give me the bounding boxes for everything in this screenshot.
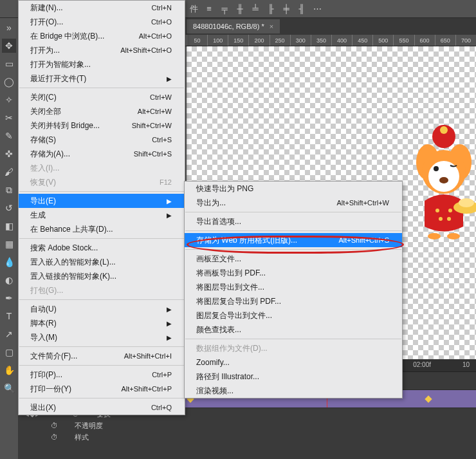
submenu-artboards-files[interactable]: 画板至文件... <box>185 252 402 266</box>
submenu-layers-files[interactable]: 将图层导出到文件... <box>185 280 402 294</box>
svg-point-13 <box>459 198 474 207</box>
submenu-export-as[interactable]: 导出为...Alt+Shift+Ctrl+W <box>185 196 402 210</box>
menu-recent[interactable]: 最近打开文件(T)▶ <box>19 71 185 86</box>
menu-place-embedded[interactable]: 置入嵌入的智能对象(L)... <box>19 255 185 269</box>
svg-point-14 <box>428 233 441 239</box>
type-tool-icon[interactable]: T <box>2 309 16 323</box>
menu-close-goto-bridge[interactable]: 关闭并转到 Bridge...Shift+Ctrl+W <box>19 118 185 133</box>
menu-file-info[interactable]: 文件简介(F)...Alt+Shift+Ctrl+I <box>19 349 185 363</box>
menu-separator <box>19 299 184 300</box>
file-menu: 新建(N)...Ctrl+N 打开(O)...Ctrl+O 在 Bridge 中… <box>18 0 185 415</box>
submenu-render-video[interactable]: 渲染视频... <box>185 384 402 398</box>
align-top-icon[interactable]: ╤ <box>217 3 232 15</box>
gradient-tool-icon[interactable]: ▦ <box>2 237 16 251</box>
menu-open-as[interactable]: 打开为...Alt+Shift+Ctrl+O <box>19 43 185 57</box>
hand-tool-icon[interactable]: ✋ <box>2 363 16 377</box>
stamp-tool-icon[interactable]: ⧉ <box>2 183 16 197</box>
ruler-tick: 650 <box>435 35 455 46</box>
zoom-tool-icon[interactable]: 🔍 <box>2 381 16 395</box>
wand-tool-icon[interactable]: ✧ <box>2 93 16 107</box>
time-mark: 02:00f <box>413 361 431 368</box>
svg-point-15 <box>447 233 460 239</box>
menu-generate[interactable]: 生成▶ <box>19 208 185 222</box>
eraser-tool-icon[interactable]: ◧ <box>2 219 16 233</box>
submenu-save-for-web[interactable]: 存储为 Web 所用格式(旧版)...Alt+Shift+Ctrl+S <box>185 233 402 247</box>
menu-print[interactable]: 打印(P)...Ctrl+P <box>19 368 185 382</box>
menu-separator <box>19 238 184 239</box>
menu-export[interactable]: 导出(E)▶ <box>19 194 185 208</box>
submenu-export-prefs[interactable]: 导出首选项... <box>185 214 402 229</box>
menu-package: 打包(G)... <box>19 283 185 297</box>
export-submenu: 快速导出为 PNG 导出为...Alt+Shift+Ctrl+W 导出首选项..… <box>184 181 403 398</box>
menu-save-as[interactable]: 存储为(A)...Shift+Ctrl+S <box>19 147 185 161</box>
ruler-tick: 250 <box>270 35 290 46</box>
svg-point-10 <box>439 217 443 221</box>
submenu-color-lut[interactable]: 颜色查找表... <box>185 323 402 337</box>
canvas-artwork <box>405 124 476 239</box>
path-tool-icon[interactable]: ↗ <box>2 327 16 341</box>
menu-revert: 恢复(V)F12 <box>19 175 185 189</box>
menu-close[interactable]: 关闭(C)Ctrl+W <box>19 90 185 104</box>
timeline-prop-style[interactable]: ⏱ 样式 <box>18 431 476 443</box>
menu-import[interactable]: 导入(M)▶ <box>19 330 185 344</box>
options-label: 件 <box>187 3 201 15</box>
menu-print-one[interactable]: 打印一份(Y)Alt+Shift+Ctrl+P <box>19 382 185 396</box>
shape-tool-icon[interactable]: ▢ <box>2 345 16 359</box>
close-tab-icon[interactable]: × <box>270 23 273 30</box>
ruler-tick: 350 <box>311 35 331 46</box>
healing-tool-icon[interactable]: ✜ <box>2 147 16 161</box>
crop-tool-icon[interactable]: ✂ <box>2 111 16 125</box>
dodge-tool-icon[interactable]: ◐ <box>2 273 16 287</box>
blur-tool-icon[interactable]: 💧 <box>2 255 16 269</box>
submenu-quick-export-png[interactable]: 快速导出为 PNG <box>185 182 402 196</box>
menu-new[interactable]: 新建(N)...Ctrl+N <box>19 1 185 15</box>
menu-share-behance[interactable]: 在 Behance 上共享(D)... <box>19 222 185 236</box>
menu-open-as-smart[interactable]: 打开为智能对象... <box>19 57 185 71</box>
tools-panel: » ✥ ▭ ◯ ✧ ✂ ✎ ✜ 🖌 ⧉ ↺ ◧ ▦ 💧 ◐ ✒ T ↗ ▢ ✋ … <box>0 18 18 459</box>
submenu-layercomps-files[interactable]: 图层复合导出到文件... <box>185 308 402 323</box>
timeline-prop-opacity[interactable]: ⏱ 不透明度 <box>18 420 476 431</box>
eyedropper-tool-icon[interactable]: ✎ <box>2 129 16 143</box>
history-brush-icon[interactable]: ↺ <box>2 201 16 215</box>
align-mid-icon[interactable]: ╫ <box>233 3 247 15</box>
lasso-tool-icon[interactable]: ◯ <box>2 75 16 89</box>
submenu-paths-illustrator[interactable]: 路径到 Illustrator... <box>185 370 402 384</box>
brush-tool-icon[interactable]: 🖌 <box>2 165 16 179</box>
move-tool-icon[interactable]: ✥ <box>2 39 16 53</box>
menu-place-linked[interactable]: 置入链接的智能对象(K)... <box>19 269 185 283</box>
document-tab[interactable]: 848801046c, RGB/8) * × <box>187 19 280 33</box>
submenu-layercomps-pdf[interactable]: 将图层复合导出到 PDF... <box>185 294 402 308</box>
document-title: 848801046c, RGB/8) * <box>193 23 264 30</box>
align-center-icon[interactable]: ╪ <box>279 3 293 15</box>
marquee-tool-icon[interactable]: ▭ <box>2 57 16 71</box>
chevron-right-icon: ▶ <box>167 75 172 82</box>
menu-exit[interactable]: 退出(X)Ctrl+Q <box>19 400 185 415</box>
svg-point-8 <box>435 209 439 212</box>
chevron-right-icon: ▶ <box>167 212 172 219</box>
ruler-tick: 600 <box>414 35 435 46</box>
pen-tool-icon[interactable]: ✒ <box>2 291 16 305</box>
collapse-icon[interactable]: » <box>2 21 16 35</box>
align-icon[interactable]: ≡ <box>202 3 216 15</box>
keyframe-icon[interactable] <box>425 395 432 402</box>
menu-save[interactable]: 存储(S)Ctrl+S <box>19 133 185 147</box>
align-right-icon[interactable]: ╢ <box>295 3 309 15</box>
menu-scripts[interactable]: 脚本(R)▶ <box>19 316 185 330</box>
more-options-icon[interactable]: ⋯ <box>310 3 324 15</box>
menu-browse-bridge[interactable]: 在 Bridge 中浏览(B)...Alt+Ctrl+O <box>19 29 185 43</box>
ruler-tick: 450 <box>352 35 372 46</box>
svg-point-9 <box>448 209 452 212</box>
chevron-right-icon: ▶ <box>167 198 172 205</box>
menu-automate[interactable]: 自动(U)▶ <box>19 302 185 316</box>
stopwatch-icon[interactable]: ⏱ <box>49 433 59 441</box>
menu-search-stock[interactable]: 搜索 Adobe Stock... <box>19 241 185 255</box>
stopwatch-icon[interactable]: ⏱ <box>49 422 59 429</box>
submenu-artboards-pdf[interactable]: 将画板导出到 PDF... <box>185 266 402 280</box>
menu-separator <box>185 249 401 250</box>
align-left-icon[interactable]: ╟ <box>264 3 278 15</box>
menu-open[interactable]: 打开(O)...Ctrl+O <box>19 15 185 29</box>
submenu-zoomify[interactable]: Zoomify... <box>185 355 402 370</box>
menu-close-all[interactable]: 关闭全部Alt+Ctrl+W <box>19 104 185 118</box>
align-bot-icon[interactable]: ╧ <box>248 3 262 15</box>
menu-check-in: 签入(I)... <box>19 161 185 175</box>
